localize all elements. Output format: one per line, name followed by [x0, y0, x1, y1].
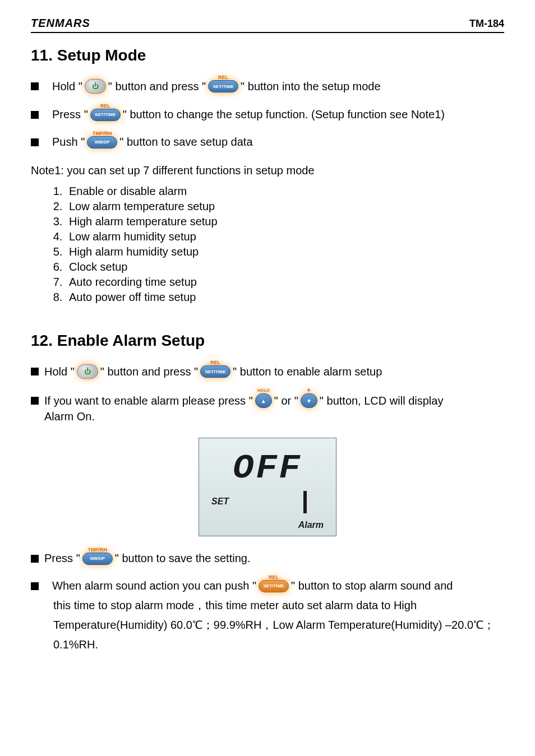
rel-label: REL — [100, 103, 110, 109]
s12-bullet-1: Hold " " button and press " REL SET/TIME… — [31, 364, 504, 379]
brightness-down-icon: ☀ ▼ — [301, 393, 317, 408]
bullet-icon — [31, 138, 39, 146]
text: " button and press " — [108, 80, 206, 93]
wb-label: WB/DP — [95, 140, 110, 145]
note1-text: Note1: you can set up 7 different functi… — [31, 163, 504, 178]
bullet-icon — [31, 82, 39, 90]
text: Press " — [44, 552, 80, 565]
lcd-figure: OFF SET Alarm — [31, 438, 504, 536]
rel-set-time-icon: REL SET/TIME — [200, 365, 230, 378]
section-12-title: 12. Enable Alarm Setup — [31, 332, 504, 350]
set-time-label: SET/TIME — [95, 112, 116, 117]
list-item: High alarm temperature setup — [66, 214, 504, 229]
lcd-set-indicator: SET — [211, 497, 229, 507]
list-item: Auto recording time setup — [66, 275, 504, 290]
list-item: Enable or disable alarm — [66, 184, 504, 199]
bullet-icon — [31, 582, 39, 590]
list-item: Clock setup — [66, 259, 504, 275]
s12-bullet-3: Press " TMP/RH WB/DP " button to save th… — [31, 552, 504, 565]
down-arrow: ▼ — [306, 398, 312, 404]
text: " button to enable alarm setup — [233, 365, 382, 378]
rel-label: REL — [218, 75, 228, 80]
text: " button to change the setup function. (… — [123, 108, 445, 121]
text: " button to save setup data — [119, 136, 252, 149]
text: Press " — [52, 108, 88, 121]
s12-bullet-4: When alarm sound action you can push " R… — [31, 579, 504, 655]
wb-label: WB/DP — [90, 556, 105, 561]
text: Alarm On. — [31, 410, 504, 423]
s11-bullet-2: Press " REL SET/TIME " button to change … — [31, 108, 504, 121]
text: this time to stop alarm mode，this time m… — [31, 596, 504, 655]
text: " button, LCD will display — [320, 395, 444, 407]
lcd-tick-icon — [303, 491, 307, 513]
lcd-main-value: OFF — [233, 448, 302, 488]
lcd-alarm-indicator: Alarm — [298, 520, 324, 530]
hold-up-icon: HOLD ▲ — [255, 393, 272, 408]
set-time-label: SET/TIME — [264, 583, 284, 588]
bullet-icon — [31, 368, 39, 375]
model-number: TM-184 — [469, 18, 504, 30]
bullet-icon — [31, 555, 39, 563]
set-time-label: SET/TIME — [205, 369, 226, 374]
note1-list: Enable or disable alarm Low alarm temper… — [31, 184, 504, 305]
sun-label: ☀ — [307, 388, 311, 393]
set-time-label: SET/TIME — [213, 84, 234, 89]
list-item: Auto power off time setup — [66, 290, 504, 305]
text: Hold " — [44, 365, 75, 378]
rel-set-time-orange-icon: REL SET/TIME — [259, 580, 289, 592]
page-header: TENMARS TM-184 — [31, 17, 504, 33]
tmp-label: TMP/RH — [88, 547, 108, 553]
power-icon — [85, 79, 106, 94]
bullet-icon — [31, 397, 39, 405]
text: Push " — [52, 136, 85, 149]
list-item: High alarm humidity setup — [66, 244, 504, 259]
up-arrow: ▲ — [261, 398, 266, 404]
tmp-wb-icon: TMP/RH WB/DP — [82, 553, 113, 565]
text: " button to stop alarm sound and — [291, 579, 453, 592]
text: " button to save the setting. — [115, 552, 251, 565]
tmp-wb-icon: TMP/RH WB/DP — [87, 136, 117, 149]
text: Hold " — [52, 80, 82, 93]
lcd-screen: OFF SET Alarm — [199, 438, 336, 536]
s12-bullet-2: If you want to enable alarm please press… — [31, 393, 504, 423]
list-item: Low alarm temperature setup — [66, 199, 504, 214]
text: If you want to enable alarm please press… — [44, 395, 253, 407]
bullet-icon — [31, 111, 39, 119]
text: When alarm sound action you can push " — [52, 579, 256, 592]
tmp-label: TMP/RH — [93, 131, 112, 136]
brand-logo: TENMARS — [31, 17, 90, 30]
rel-label: REL — [210, 360, 220, 365]
hold-label: HOLD — [257, 388, 270, 393]
list-item: Low alarm humidity setup — [66, 229, 504, 244]
power-icon — [77, 364, 98, 379]
s11-bullet-1: Hold " " button and press " REL SET/TIME… — [31, 79, 504, 94]
s11-bullet-3: Push " TMP/RH WB/DP " button to save set… — [31, 136, 504, 149]
text: " button into the setup mode — [241, 80, 381, 93]
rel-label: REL — [269, 574, 279, 580]
rel-set-time-icon: REL SET/TIME — [208, 80, 238, 92]
rel-set-time-icon: REL SET/TIME — [90, 109, 121, 121]
text: " or " — [274, 395, 298, 407]
text: " button and press " — [100, 365, 198, 378]
section-11-title: 11. Setup Mode — [31, 47, 504, 64]
